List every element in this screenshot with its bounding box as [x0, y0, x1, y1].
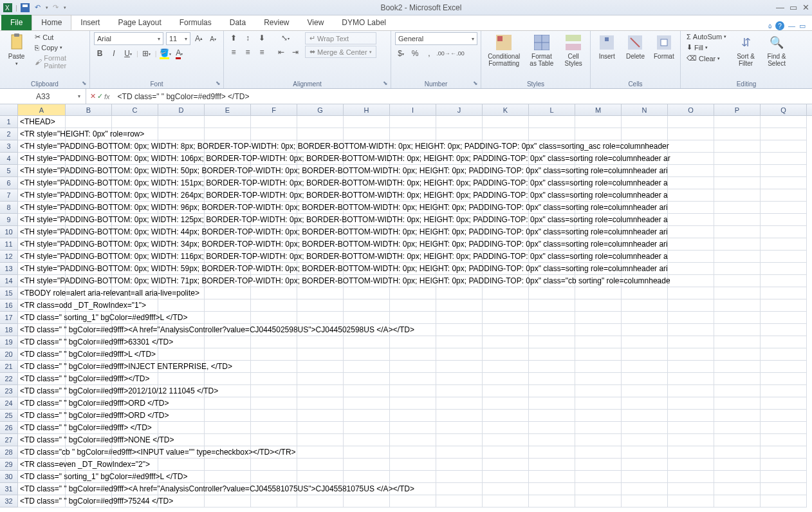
cell[interactable]: [344, 422, 390, 434]
cell[interactable]: [761, 483, 807, 495]
cell[interactable]: [761, 336, 807, 348]
cell[interactable]: [158, 348, 205, 361]
cell[interactable]: <TR style="HEIGHT: 0px" role=row>: [18, 128, 66, 140]
row-header[interactable]: 9: [0, 214, 18, 226]
cell[interactable]: [529, 348, 575, 361]
cell[interactable]: [622, 397, 668, 410]
cell[interactable]: [297, 116, 344, 128]
font-size-combo[interactable]: 11▾: [166, 32, 190, 45]
bold-button[interactable]: B: [94, 48, 106, 59]
cell[interactable]: [436, 385, 483, 397]
cell[interactable]: [575, 324, 622, 336]
cell[interactable]: [575, 434, 622, 446]
cell[interactable]: [436, 324, 483, 336]
column-header-F[interactable]: F: [251, 104, 297, 115]
cell[interactable]: [436, 410, 483, 422]
cell[interactable]: [529, 385, 575, 397]
cell[interactable]: <TD class=" " bgColor=#ed9fff><A href="A…: [18, 324, 66, 336]
border-button[interactable]: ⊞▾: [141, 48, 152, 59]
percent-icon[interactable]: %: [409, 48, 421, 59]
cell[interactable]: [622, 116, 668, 128]
format-button[interactable]: Format: [652, 32, 676, 61]
cell[interactable]: [668, 446, 714, 459]
cell[interactable]: [436, 434, 483, 446]
row-header[interactable]: 24: [0, 397, 18, 410]
cell[interactable]: [714, 299, 761, 312]
column-header-J[interactable]: J: [436, 104, 483, 115]
find-select-button[interactable]: 🔍Find & Select: [763, 32, 790, 68]
cell[interactable]: [714, 471, 761, 483]
fill-color-button[interactable]: 🪣▾: [160, 48, 171, 59]
cell[interactable]: [761, 177, 807, 189]
cell[interactable]: [483, 471, 529, 483]
row-header[interactable]: 20: [0, 348, 18, 361]
cell[interactable]: [714, 483, 761, 495]
cell[interactable]: [436, 483, 483, 495]
cell[interactable]: [344, 459, 390, 471]
cell[interactable]: [436, 287, 483, 299]
align-bottom-icon[interactable]: ⬇: [256, 32, 268, 44]
cell[interactable]: [622, 373, 668, 385]
currency-icon[interactable]: $▾: [395, 48, 407, 59]
cell[interactable]: [529, 361, 575, 373]
cell[interactable]: [158, 128, 205, 140]
cell[interactable]: [668, 336, 714, 348]
row-header[interactable]: 7: [0, 189, 18, 202]
cell[interactable]: [668, 385, 714, 397]
cell[interactable]: [714, 116, 761, 128]
cell[interactable]: [205, 299, 251, 312]
cell[interactable]: [251, 422, 297, 434]
file-tab[interactable]: File: [1, 15, 32, 30]
cell[interactable]: <THEAD>: [18, 116, 66, 128]
cell[interactable]: [575, 385, 622, 397]
cell[interactable]: <TD class=" " bgColor=#ed9fff>ORD </TD>: [18, 410, 66, 422]
row-header[interactable]: 4: [0, 153, 18, 165]
cell[interactable]: [575, 287, 622, 299]
close-button[interactable]: ✕: [802, 3, 809, 12]
cell[interactable]: [668, 189, 714, 202]
cell[interactable]: [251, 128, 297, 140]
cell[interactable]: [668, 128, 714, 140]
cell[interactable]: [158, 459, 205, 471]
tab-home[interactable]: Home: [32, 15, 71, 30]
align-top-icon[interactable]: ⬆: [228, 32, 239, 44]
cell[interactable]: [297, 336, 344, 348]
doc-minimize-icon[interactable]: —: [788, 22, 795, 30]
cell[interactable]: [344, 312, 390, 324]
cell[interactable]: [483, 128, 529, 140]
cell[interactable]: [205, 312, 251, 324]
cell[interactable]: <TD class=" " bgColor=#ed9fff>L </TD>: [18, 348, 66, 361]
cell[interactable]: [622, 446, 668, 459]
cell[interactable]: [714, 434, 761, 446]
cell[interactable]: [529, 312, 575, 324]
cell[interactable]: [668, 287, 714, 299]
row-header[interactable]: 30: [0, 471, 18, 483]
cell[interactable]: [297, 459, 344, 471]
cell[interactable]: <TD class=" " bgColor=#ed9fff>NONE </TD>: [18, 434, 66, 446]
cell[interactable]: [390, 312, 436, 324]
cell[interactable]: [622, 287, 668, 299]
cell[interactable]: [390, 299, 436, 312]
doc-restore-icon[interactable]: ▭: [799, 22, 806, 30]
fill-button[interactable]: ⬇Fill▾: [685, 43, 728, 52]
row-header[interactable]: 25: [0, 410, 18, 422]
column-header-G[interactable]: G: [297, 104, 344, 115]
cell[interactable]: [390, 410, 436, 422]
cell[interactable]: <TH style="PADDING-BOTTOM: 0px; WIDTH: 1…: [18, 153, 66, 165]
cell[interactable]: [205, 128, 251, 140]
cell[interactable]: [714, 446, 761, 459]
cell[interactable]: [668, 263, 714, 275]
enter-formula-icon[interactable]: ✓: [97, 92, 103, 100]
row-header[interactable]: 11: [0, 238, 18, 251]
cell[interactable]: [390, 348, 436, 361]
cell[interactable]: [529, 483, 575, 495]
fx-icon[interactable]: fx: [104, 93, 110, 100]
cell[interactable]: [714, 312, 761, 324]
cell[interactable]: [714, 385, 761, 397]
cell[interactable]: [761, 128, 807, 140]
cell[interactable]: [390, 361, 436, 373]
cell[interactable]: [668, 214, 714, 226]
cell[interactable]: [158, 373, 205, 385]
redo-icon[interactable]: ↷: [51, 3, 61, 13]
cell[interactable]: [297, 128, 344, 140]
